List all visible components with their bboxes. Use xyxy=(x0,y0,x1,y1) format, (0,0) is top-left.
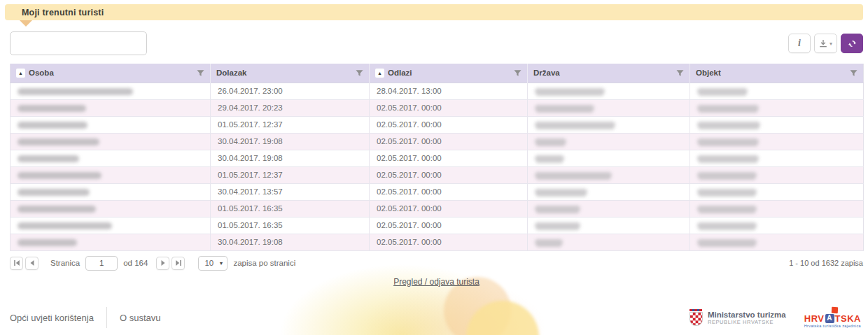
person-cell xyxy=(10,150,211,166)
htz-logo-subtitle: Hrvatska turistička zajednica xyxy=(804,325,861,329)
person-cell xyxy=(10,133,211,150)
search-input[interactable] xyxy=(10,31,147,55)
country-cell xyxy=(528,150,690,166)
column-header-objekt[interactable]: Objekt xyxy=(690,64,864,83)
prev-page-button[interactable] xyxy=(25,257,38,270)
object-cell xyxy=(690,200,864,217)
toolbar: i ▾ xyxy=(10,30,863,57)
footer-separator xyxy=(106,307,107,328)
object-redacted-link[interactable] xyxy=(697,122,760,128)
person-name-redacted-link[interactable] xyxy=(18,105,86,112)
filter-icon[interactable] xyxy=(514,69,522,77)
person-cell xyxy=(10,116,211,133)
country-redacted-link[interactable] xyxy=(535,138,566,145)
departure-cell: 02.05.2017. 00:00 xyxy=(370,234,528,250)
person-name-redacted-link[interactable] xyxy=(18,222,112,229)
terms-link[interactable]: Opći uvjeti korištenja xyxy=(10,313,94,323)
person-cell xyxy=(10,83,211,99)
arrival-cell: 26.04.2017. 23:00 xyxy=(211,83,370,99)
first-page-button[interactable] xyxy=(10,257,23,270)
object-redacted-link[interactable] xyxy=(697,189,757,195)
filter-icon[interactable] xyxy=(850,69,858,77)
about-link[interactable]: O sustavu xyxy=(120,313,161,323)
object-cell xyxy=(690,183,864,200)
table-header-row: ▲OsobaDolazak▲OdlaziDržavaObjekt xyxy=(10,64,864,83)
page-title: Moji trenutni turisti xyxy=(22,8,104,17)
page-header-banner: Moji trenutni turisti xyxy=(5,4,863,20)
croatian-coat-of-arms-icon xyxy=(690,309,703,326)
object-redacted-link[interactable] xyxy=(697,155,759,162)
person-name-redacted-link[interactable] xyxy=(18,88,133,95)
next-page-button[interactable] xyxy=(156,257,169,270)
object-cell xyxy=(690,150,864,166)
column-label: Objekt xyxy=(696,69,721,77)
departure-cell: 02.05.2017. 00:00 xyxy=(370,200,528,217)
country-redacted-link[interactable] xyxy=(535,172,612,178)
person-name-redacted-link[interactable] xyxy=(18,206,96,213)
object-redacted-link[interactable] xyxy=(697,138,759,145)
object-redacted-link[interactable] xyxy=(697,172,757,178)
filter-icon[interactable] xyxy=(197,69,204,77)
table-row: 01.05.2017. 12:3702.05.2017. 00:00 xyxy=(10,166,864,183)
object-cell xyxy=(690,217,864,234)
table-row: 01.05.2017. 12:3702.05.2017. 00:00 xyxy=(10,116,864,133)
page-size-select[interactable]: 10 ▼ xyxy=(198,256,227,271)
country-cell xyxy=(528,83,690,99)
country-cell xyxy=(528,116,690,133)
page-label: Stranica xyxy=(50,259,80,267)
country-redacted-link[interactable] xyxy=(535,88,605,94)
column-label: Odlazi xyxy=(388,69,412,77)
departure-cell: 28.04.2017. 13:00 xyxy=(370,83,528,99)
ministry-of-tourism-logo: Ministarstvo turizma REPUBLIKE HRVATSKE xyxy=(690,309,786,326)
country-redacted-link[interactable] xyxy=(535,155,564,162)
country-cell xyxy=(528,133,690,150)
person-name-redacted-link[interactable] xyxy=(18,239,77,246)
person-name-redacted-link[interactable] xyxy=(18,155,79,162)
country-redacted-link[interactable] xyxy=(535,239,563,245)
object-redacted-link[interactable] xyxy=(697,206,757,212)
country-cell xyxy=(528,217,690,234)
column-header-odlazi[interactable]: ▲Odlazi xyxy=(370,64,528,83)
object-redacted-link[interactable] xyxy=(697,88,748,94)
arrival-cell: 30.04.2017. 19:08 xyxy=(211,133,370,150)
page-total-label: od 164 xyxy=(123,259,148,267)
review-checkout-link[interactable]: Pregled / odjava turista xyxy=(393,277,479,287)
page-size-label: zapisa po stranici xyxy=(233,259,295,267)
table-row: 01.05.2017. 16:3502.05.2017. 00:00 xyxy=(10,200,864,217)
filter-icon[interactable] xyxy=(676,69,684,77)
country-redacted-link[interactable] xyxy=(535,189,587,195)
table-row: 29.04.2017. 20:2302.05.2017. 00:00 xyxy=(10,99,864,116)
person-name-redacted-link[interactable] xyxy=(18,189,90,196)
croatia-tourist-board-logo: HRV A TSKA Hrvatska turistička zajednica xyxy=(804,307,861,329)
info-button[interactable]: i xyxy=(788,34,811,53)
column-header-dolazak[interactable]: Dolazak xyxy=(211,64,370,83)
country-redacted-link[interactable] xyxy=(535,206,580,212)
arrival-cell: 30.04.2017. 19:08 xyxy=(211,234,370,250)
records-range-label: 1 - 10 od 1632 zapisa xyxy=(789,259,863,267)
footer: Opći uvjeti korištenja O sustavu Minista… xyxy=(0,300,868,335)
departure-cell: 02.05.2017. 00:00 xyxy=(370,99,528,116)
person-name-redacted-link[interactable] xyxy=(18,138,99,145)
export-button[interactable]: ▾ xyxy=(814,34,837,53)
last-page-button[interactable] xyxy=(172,257,185,270)
person-cell xyxy=(10,183,211,200)
page-number-input[interactable] xyxy=(85,256,118,271)
object-redacted-link[interactable] xyxy=(697,222,757,229)
column-header-drava[interactable]: Država xyxy=(528,64,690,83)
table-row: 01.05.2017. 16:3502.05.2017. 00:00 xyxy=(10,217,864,234)
country-redacted-link[interactable] xyxy=(535,122,615,128)
column-label: Država xyxy=(533,69,560,77)
departure-cell: 02.05.2017. 00:00 xyxy=(370,166,528,183)
object-redacted-link[interactable] xyxy=(697,105,759,111)
person-name-redacted-link[interactable] xyxy=(18,122,88,129)
object-redacted-link[interactable] xyxy=(697,239,757,245)
country-redacted-link[interactable] xyxy=(535,222,580,229)
table-row: 30.04.2017. 19:0802.05.2017. 00:00 xyxy=(10,133,864,150)
column-header-osoba[interactable]: ▲Osoba xyxy=(10,64,211,83)
person-name-redacted-link[interactable] xyxy=(18,172,102,179)
country-cell xyxy=(528,200,690,217)
refresh-button[interactable] xyxy=(841,34,863,53)
filter-icon[interactable] xyxy=(356,69,363,77)
country-redacted-link[interactable] xyxy=(535,105,594,111)
departure-cell: 02.05.2017. 00:00 xyxy=(370,133,528,150)
